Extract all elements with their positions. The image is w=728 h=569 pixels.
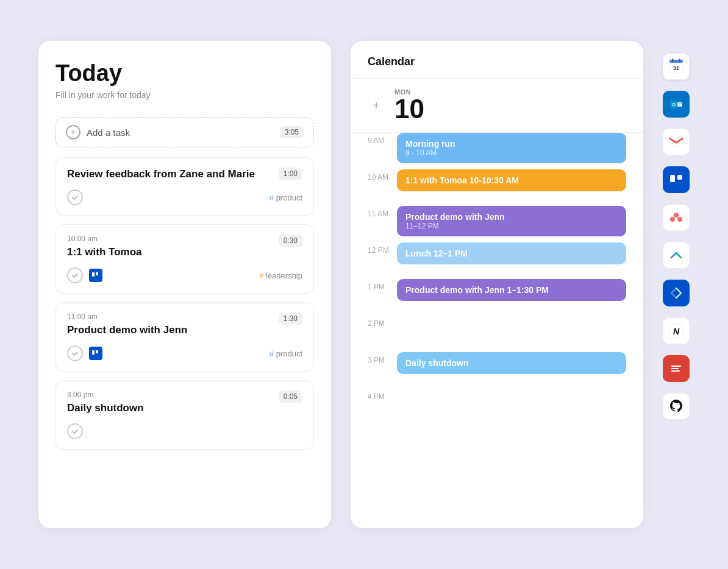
svg-point-26 (677, 217, 682, 222)
main-container: Today Fill in your work for today + Add … (14, 16, 714, 553)
cal-event-morning-run[interactable]: Morning run 9 - 10 AM (397, 133, 626, 163)
svg-rect-1 (96, 272, 98, 275)
svg-point-25 (670, 217, 675, 222)
svg-rect-28 (668, 284, 685, 302)
task-3-duration: 1:30 (279, 313, 302, 325)
sidebar-icons: 31 O (663, 41, 690, 432)
svg-text:O: O (672, 102, 676, 107)
time-row-3pm: 3 PM Daily shutdown (368, 352, 626, 386)
events-col-1pm: Product demo with Jenn 1–1:30 PM (397, 279, 626, 303)
task-3-title: Product demo with Jenn (67, 323, 302, 337)
date-number: 10 (394, 96, 424, 122)
task-1-footer-left (67, 189, 83, 205)
task-3-footer-left (67, 345, 102, 361)
cal-event-daily-shutdown[interactable]: Daily shutdown (397, 352, 626, 374)
task-2-duration: 0:30 (279, 235, 302, 247)
task-3-trello-icon (89, 347, 102, 360)
today-panel: Today Fill in your work for today + Add … (38, 41, 331, 528)
task-4-footer (67, 423, 302, 439)
task-3-tag: # product (269, 349, 302, 358)
task-2-footer: # leadership (67, 267, 302, 283)
sidebar-icon-gmail[interactable] (663, 129, 690, 155)
task-4-footer-left (67, 423, 83, 439)
calendar-add-btn[interactable]: + (368, 97, 385, 114)
add-task-label: Add a task (87, 127, 130, 138)
demo-jenn-2-title: Product demo with Jenn 1–1:30 PM (405, 285, 618, 295)
daily-shutdown-title: Daily shutdown (405, 358, 618, 368)
sidebar-icon-outlook[interactable]: O (663, 91, 690, 118)
add-task-row[interactable]: + Add a task 3:05 (55, 117, 314, 147)
demo-jenn-1-time: 11–12 PM (405, 222, 618, 230)
task-card-3: 1:30 11:00 am Product demo with Jenn (55, 302, 314, 372)
time-label-2pm: 2 PM (368, 316, 397, 328)
time-label-11am: 11 AM (368, 206, 397, 218)
task-card-2: 0:30 10:00 am 1:1 with Tomoa (55, 224, 314, 294)
tomoa-title: 1:1 with Tomoa 10-10:30 AM (405, 175, 618, 185)
add-task-icon: + (66, 125, 80, 140)
demo-jenn-1-title: Product demo with Jenn (405, 212, 618, 222)
sidebar-icon-notion[interactable]: N (663, 317, 690, 344)
svg-rect-10 (679, 59, 681, 62)
task-1-tag: # product (269, 193, 302, 202)
task-1-duration: 1:00 (279, 168, 302, 180)
task-4-title: Daily shutdown (67, 401, 302, 415)
cal-event-tomoa[interactable]: 1:1 with Tomoa 10-10:30 AM (397, 169, 626, 191)
add-task-time-badge: 3:05 (280, 126, 304, 138)
sidebar-icon-clickup[interactable] (663, 242, 690, 269)
calendar-header: Calendar (351, 41, 643, 79)
task-2-title: 1:1 with Tomoa (67, 246, 302, 259)
svg-rect-21 (670, 175, 675, 182)
sidebar-icon-gcal[interactable]: 31 (663, 53, 690, 80)
task-2-time: 10:00 am (67, 235, 302, 243)
sidebar-icon-jira[interactable] (663, 280, 690, 306)
svg-rect-0 (92, 272, 95, 277)
time-row-2pm: 2 PM (368, 316, 626, 350)
today-title: Today (55, 60, 314, 87)
task-1-footer: # product (67, 189, 302, 205)
time-row-9am: 9 AM Morning run 9 - 10 AM (368, 133, 626, 167)
time-label-12pm: 12 PM (368, 242, 397, 255)
date-display: MON 10 (394, 88, 424, 122)
task-1-check[interactable] (67, 189, 83, 205)
task-2-tag: # leadership (259, 271, 302, 280)
sidebar-icon-github[interactable] (663, 393, 690, 420)
events-col-10am: 1:1 with Tomoa 10-10:30 AM (397, 169, 626, 194)
sidebar-icon-todoist[interactable] (663, 355, 690, 382)
task-3-check[interactable] (67, 345, 83, 361)
time-row-4pm: 4 PM (368, 389, 626, 423)
time-label-9am: 9 AM (368, 133, 397, 145)
cal-event-lunch[interactable]: Lunch 12–1 PM (397, 242, 626, 264)
time-row-1pm: 1 PM Product demo with Jenn 1–1:30 PM (368, 279, 626, 313)
task-card-4: 0:05 3:00 pm Daily shutdown (55, 380, 314, 450)
time-label-4pm: 4 PM (368, 389, 397, 401)
svg-point-24 (674, 213, 679, 217)
time-label-1pm: 1 PM (368, 279, 397, 291)
sidebar-icon-trello[interactable] (663, 166, 690, 193)
time-row-10am: 10 AM 1:1 with Tomoa 10-10:30 AM (368, 169, 626, 203)
task-card-1: 1:00 Review feedback from Zane and Marie… (55, 157, 314, 216)
task-2-footer-left (67, 267, 102, 283)
calendar-date-row: + MON 10 (351, 79, 643, 133)
svg-rect-3 (96, 350, 98, 353)
events-col-9am: Morning run 9 - 10 AM (397, 133, 626, 166)
task-4-check[interactable] (67, 423, 83, 439)
task-4-duration: 0:05 (279, 391, 302, 403)
morning-run-title: Morning run (405, 139, 618, 149)
svg-rect-6 (669, 60, 683, 63)
svg-rect-27 (668, 247, 685, 264)
add-task-left: + Add a task (66, 125, 130, 140)
cal-event-demo-jenn-2[interactable]: Product demo with Jenn 1–1:30 PM (397, 279, 626, 301)
sidebar-icon-asana[interactable] (663, 204, 690, 231)
task-2-check[interactable] (67, 267, 83, 283)
task-1-title: Review feedback from Zane and Marie (67, 168, 302, 181)
svg-rect-22 (677, 175, 682, 180)
time-label-3pm: 3 PM (368, 352, 397, 364)
calendar-body: 9 AM Morning run 9 - 10 AM 10 AM 1:1 wit… (351, 133, 643, 437)
task-3-time: 11:00 am (67, 313, 302, 321)
morning-run-time: 9 - 10 AM (405, 149, 618, 157)
task-4-time: 3:00 pm (67, 391, 302, 399)
events-col-11am: Product demo with Jenn 11–12 PM (397, 206, 626, 239)
task-3-footer: # product (67, 345, 302, 361)
cal-event-demo-jenn-1[interactable]: Product demo with Jenn 11–12 PM (397, 206, 626, 236)
time-row-11am: 11 AM Product demo with Jenn 11–12 PM (368, 206, 626, 240)
